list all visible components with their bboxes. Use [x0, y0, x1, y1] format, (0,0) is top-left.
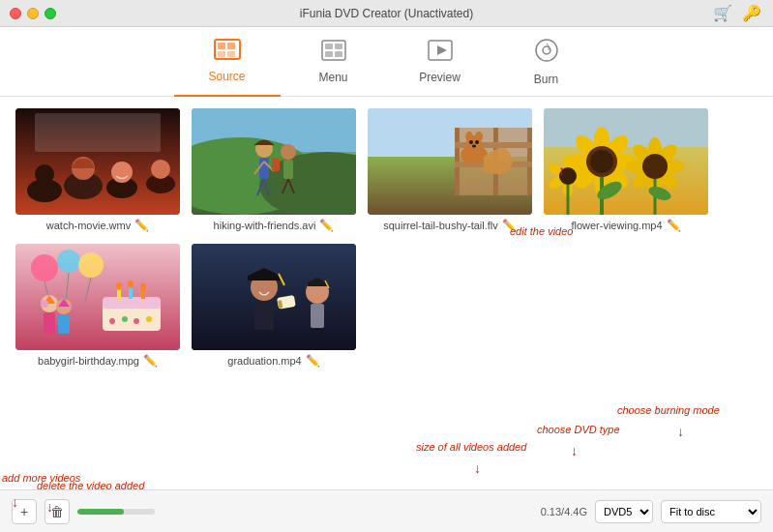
svg-point-112: [146, 316, 152, 322]
edit-pencil-icon[interactable]: ✏️: [319, 219, 334, 232]
video-item: flower-viewing.mp4 ✏️: [544, 108, 708, 232]
edit-pencil-icon[interactable]: ✏️: [502, 219, 517, 232]
svg-point-110: [122, 316, 128, 322]
video-thumbnail[interactable]: [15, 108, 180, 215]
cart-icon[interactable]: 🛒: [713, 4, 732, 22]
toolbar-tabs: Source Menu Preview Burn: [174, 27, 600, 97]
video-info: flower-viewing.mp4 ✏️: [544, 219, 708, 232]
tab-preview[interactable]: Preview: [387, 27, 493, 97]
tab-source[interactable]: Source: [174, 27, 281, 97]
source-icon: [214, 39, 241, 66]
svg-point-107: [128, 281, 134, 288]
svg-rect-116: [308, 282, 327, 286]
plus-icon: +: [20, 504, 28, 519]
svg-rect-38: [272, 158, 280, 171]
close-button[interactable]: [10, 8, 21, 19]
svg-rect-2: [227, 43, 235, 49]
svg-rect-7: [335, 44, 342, 49]
svg-marker-11: [437, 45, 447, 55]
maximize-button[interactable]: [45, 8, 56, 19]
video-thumbnail[interactable]: [544, 108, 708, 215]
dvd-type-select[interactable]: DVD5 DVD9: [595, 500, 653, 523]
video-filename: flower-viewing.mp4: [571, 220, 662, 231]
svg-point-85: [559, 167, 577, 185]
svg-point-52: [475, 140, 479, 144]
burn-icon: [534, 38, 559, 69]
video-filename: watch-movie.wmv: [46, 220, 131, 231]
svg-rect-6: [325, 44, 333, 49]
video-info: babygirl-birthday.mpg ✏️: [15, 354, 180, 368]
edit-pencil-icon[interactable]: ✏️: [667, 219, 681, 232]
add-video-button[interactable]: +: [12, 499, 37, 524]
menu-icon: [321, 40, 346, 67]
main-content: watch-movie.wmv ✏️: [0, 97, 773, 489]
video-filename: graduation.mp4: [227, 355, 301, 367]
key-icon[interactable]: 🔑: [742, 4, 761, 22]
tab-burn-label: Burn: [534, 73, 558, 86]
svg-point-49: [465, 132, 473, 141]
video-info: graduation.mp4 ✏️: [192, 354, 356, 368]
minimize-button[interactable]: [27, 8, 39, 19]
svg-point-106: [116, 282, 122, 290]
edit-pencil-icon[interactable]: ✏️: [306, 354, 320, 368]
svg-rect-4: [227, 51, 235, 57]
svg-point-89: [57, 250, 80, 273]
svg-rect-95: [44, 312, 55, 334]
svg-point-88: [31, 254, 58, 281]
svg-rect-5: [322, 41, 345, 60]
svg-point-108: [140, 283, 146, 291]
edit-pencil-icon[interactable]: ✏️: [143, 354, 158, 368]
tab-menu[interactable]: Menu: [281, 27, 387, 97]
title-bar: iFunia DVD Creator (Unactivated) 🛒 🔑: [0, 0, 773, 27]
svg-point-51: [469, 140, 473, 144]
svg-point-75: [642, 154, 668, 179]
svg-point-34: [281, 144, 296, 160]
video-thumbnail[interactable]: [15, 244, 180, 350]
svg-rect-23: [35, 113, 161, 152]
trash-icon: 🗑: [50, 504, 64, 519]
video-item: hiking-with-friends.avi ✏️: [192, 108, 356, 232]
edit-pencil-icon[interactable]: ✏️: [134, 219, 149, 232]
svg-rect-35: [283, 160, 293, 179]
toolbar: Source Menu Preview Burn: [0, 27, 773, 97]
video-filename: squirrel-tail-bushy-tail.flv: [383, 220, 498, 231]
video-info: watch-movie.wmv ✏️: [15, 219, 180, 232]
svg-point-65: [590, 150, 613, 173]
svg-rect-29: [259, 158, 269, 179]
video-item: watch-movie.wmv ✏️: [15, 108, 180, 232]
video-thumbnail[interactable]: [192, 244, 356, 350]
video-info: squirrel-tail-bushy-tail.flv ✏️: [368, 219, 532, 232]
size-label: 0.13/4.4G: [541, 506, 587, 517]
svg-rect-120: [254, 301, 274, 330]
video-item: graduation.mp4 ✏️: [192, 244, 356, 368]
svg-point-20: [111, 162, 133, 183]
fit-mode-select[interactable]: Fit to disc Best quality No transcoding: [661, 500, 761, 523]
video-info: hiking-with-friends.avi ✏️: [192, 219, 356, 232]
svg-rect-115: [311, 304, 324, 328]
svg-point-53: [472, 145, 476, 148]
svg-point-90: [78, 252, 104, 278]
tab-preview-label: Preview: [419, 71, 461, 84]
video-filename: hiking-with-friends.avi: [214, 220, 316, 231]
svg-rect-9: [335, 51, 342, 57]
svg-point-97: [41, 300, 48, 308]
video-thumbnail[interactable]: [192, 108, 356, 215]
svg-point-12: [536, 40, 557, 61]
title-bar-actions: 🛒 🔑: [713, 4, 761, 22]
tab-burn[interactable]: Burn: [493, 27, 600, 97]
video-filename: babygirl-birthday.mpg: [38, 355, 139, 367]
svg-rect-113: [192, 244, 356, 350]
svg-rect-121: [248, 276, 281, 281]
svg-rect-1: [218, 43, 225, 49]
video-grid: watch-movie.wmv ✏️: [15, 108, 758, 368]
preview-icon: [428, 40, 453, 67]
progress-bar-fill: [77, 509, 124, 515]
svg-rect-99: [58, 314, 70, 334]
svg-rect-8: [325, 51, 333, 57]
delete-video-button[interactable]: 🗑: [45, 499, 70, 524]
svg-point-16: [35, 164, 54, 184]
video-item: babygirl-birthday.mpg ✏️: [15, 244, 180, 368]
video-thumbnail[interactable]: [368, 108, 532, 215]
tab-menu-label: Menu: [318, 71, 347, 84]
svg-point-109: [109, 318, 115, 324]
